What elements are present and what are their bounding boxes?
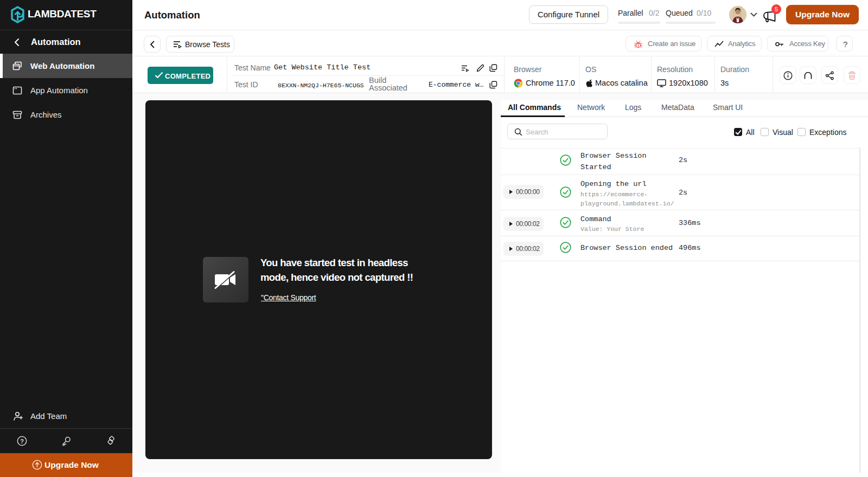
svg-text:?: ? [20,438,24,444]
